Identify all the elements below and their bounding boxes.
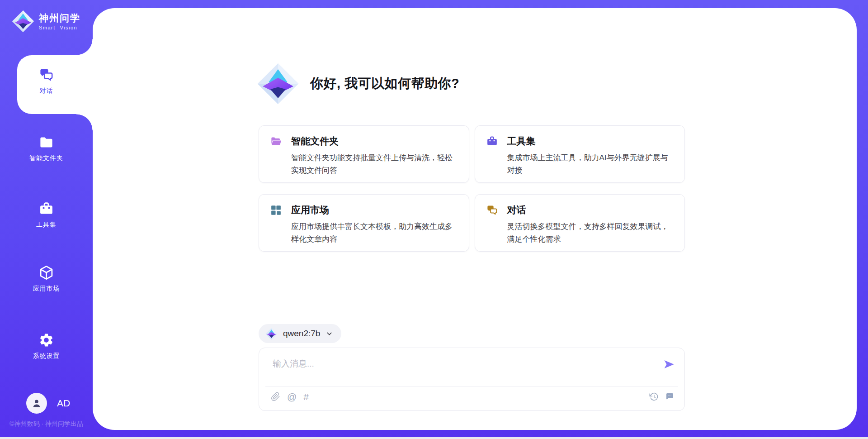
brand-name: 神州问学 xyxy=(39,12,80,24)
message-input[interactable] xyxy=(272,357,649,384)
hash-icon[interactable]: # xyxy=(303,392,309,401)
sidebar-footer-text: ©神州数码 · 神州问学出品 xyxy=(0,420,93,428)
greeting-diamond-logo-icon xyxy=(257,62,299,105)
card-title: 工具集 xyxy=(507,135,536,148)
card-chat[interactable]: 对话 灵活切换多模型文件，支持多样回复效果调试，满足个性化需求 xyxy=(475,194,685,252)
card-description: 应用市场提供丰富长文本模板，助力高效生成多样化文章内容 xyxy=(291,220,458,246)
sidebar-item-label: 对话 xyxy=(40,87,53,95)
briefcase-icon xyxy=(486,135,498,148)
card-description: 灵活切换多模型文件，支持多样回复效果调试，满足个性化需求 xyxy=(507,220,674,246)
greeting: 你好, 我可以如何帮助你? xyxy=(257,62,459,105)
greeting-title: 你好, 我可以如何帮助你? xyxy=(310,75,459,93)
composer-divider xyxy=(265,386,678,387)
card-toolset[interactable]: 工具集 集成市场上主流工具，助力AI与外界无缝扩展与对接 xyxy=(475,125,685,183)
send-icon xyxy=(663,358,675,371)
brand-subtitle: Smart Vision xyxy=(39,25,80,30)
attach-file-button[interactable] xyxy=(271,392,280,401)
chevron-down-icon xyxy=(326,330,333,338)
model-diamond-logo-icon xyxy=(265,328,278,340)
card-description: 智能文件夹功能支持批量文件上传与清洗，轻松实现文件问答 xyxy=(291,152,458,177)
sidebar-item-chat[interactable]: 对话 xyxy=(0,67,93,95)
chat-bubble-icon xyxy=(665,392,675,401)
grid-icon xyxy=(270,204,282,216)
sidebar-item-label: 工具集 xyxy=(36,221,57,229)
send-button[interactable] xyxy=(663,358,675,371)
user-name: AD xyxy=(57,398,70,409)
sidebar-item-label: 智能文件夹 xyxy=(29,154,63,162)
app-root: 神州问学 Smart Vision 对话 智能文件夹 工具集 应用市场 xyxy=(0,0,868,439)
folder-icon xyxy=(38,134,54,150)
briefcase-icon xyxy=(38,201,54,217)
card-description: 集成市场上主流工具，助力AI与外界无缝扩展与对接 xyxy=(507,152,674,177)
person-icon xyxy=(31,397,42,409)
chat-log-button[interactable] xyxy=(665,392,675,401)
chat-bubbles-icon xyxy=(38,67,54,83)
sidebar-item-settings[interactable]: 系统设置 xyxy=(0,332,93,360)
brand-diamond-logo-icon xyxy=(12,10,34,33)
feature-cards: 智能文件夹 智能文件夹功能支持批量文件上传与清洗，轻松实现文件问答 工具集 集成… xyxy=(259,125,685,252)
sidebar-item-label: 应用市场 xyxy=(33,285,60,293)
folder-open-icon xyxy=(270,135,282,148)
cube-icon xyxy=(38,265,54,281)
card-title: 对话 xyxy=(507,204,526,216)
at-sign-icon[interactable]: @ xyxy=(287,392,297,401)
bottom-scrollbar-track[interactable] xyxy=(0,437,868,439)
composer-toolbar-left: @ # xyxy=(271,392,309,401)
model-name: qwen2:7b xyxy=(283,329,320,339)
sidebar-item-label: 系统设置 xyxy=(33,352,60,360)
composer-toolbar-right xyxy=(649,392,675,401)
model-selector[interactable]: qwen2:7b xyxy=(259,324,341,343)
card-smart-folder[interactable]: 智能文件夹 智能文件夹功能支持批量文件上传与清洗，轻松实现文件问答 xyxy=(259,125,469,183)
avatar[interactable] xyxy=(26,393,47,414)
brand: 神州问学 Smart Vision xyxy=(12,10,80,33)
card-title: 应用市场 xyxy=(291,204,329,216)
sidebar-item-toolset[interactable]: 工具集 xyxy=(0,201,93,229)
card-title: 智能文件夹 xyxy=(291,135,339,148)
user-profile[interactable]: AD xyxy=(26,393,70,414)
history-icon xyxy=(649,392,659,401)
chat-bubbles-icon xyxy=(486,204,498,216)
message-composer: @ # xyxy=(259,348,685,411)
gear-icon xyxy=(38,332,54,348)
card-app-market[interactable]: 应用市场 应用市场提供丰富长文本模板，助力高效生成多样化文章内容 xyxy=(259,194,469,252)
sidebar-item-smart-folder[interactable]: 智能文件夹 xyxy=(0,134,93,162)
sidebar-item-app-market[interactable]: 应用市场 xyxy=(0,265,93,293)
paperclip-icon xyxy=(271,392,280,401)
history-button[interactable] xyxy=(649,392,659,401)
